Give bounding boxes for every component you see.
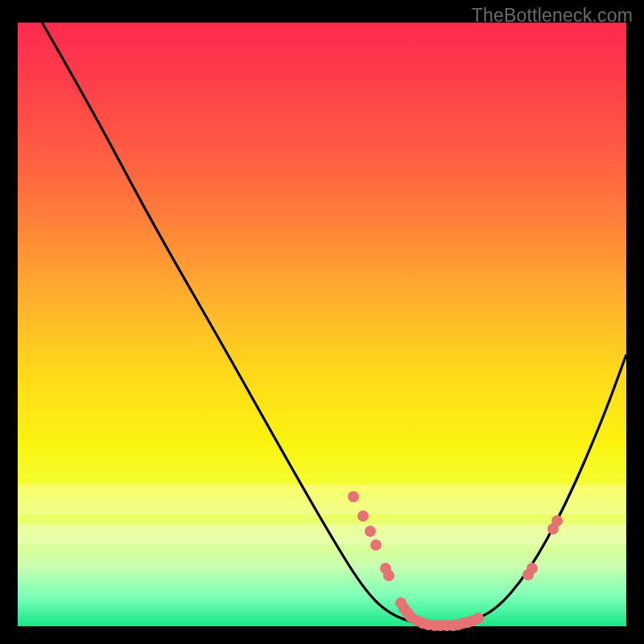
data-point xyxy=(348,491,359,502)
data-point xyxy=(551,515,563,526)
attribution-text: TheBottleneck.com xyxy=(472,5,633,27)
plot-area xyxy=(18,23,626,626)
data-point xyxy=(473,613,484,624)
chart-frame: TheBottleneck.com xyxy=(0,0,644,644)
curve-line xyxy=(42,23,626,625)
bottleneck-curve xyxy=(18,23,626,626)
data-point xyxy=(370,539,382,551)
data-point xyxy=(526,563,538,574)
